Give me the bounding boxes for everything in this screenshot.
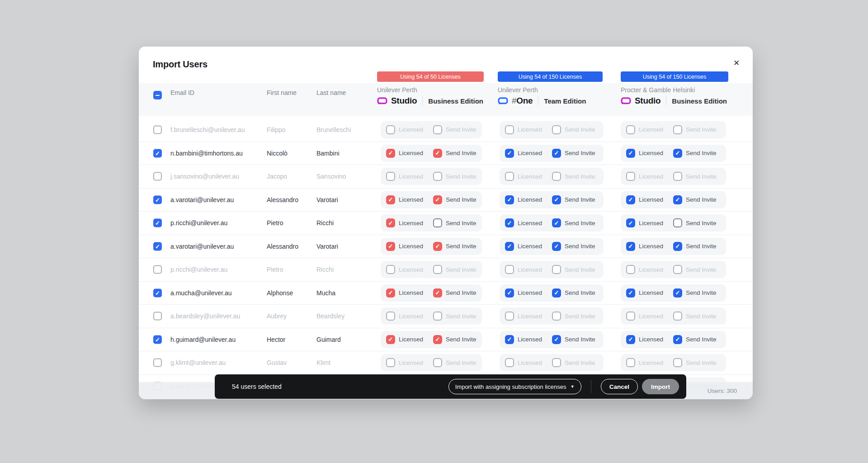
table-row: ✓a.varotari@unilever.auAlessandroVarotar… — [139, 235, 753, 258]
send-invite-checkbox[interactable]: ✓ — [673, 149, 682, 158]
licensed-checkbox[interactable]: ✓ — [386, 288, 395, 298]
licensed-checkbox[interactable] — [505, 358, 514, 367]
send-invite-checkbox[interactable] — [673, 265, 682, 274]
licensed-checkbox[interactable] — [386, 312, 395, 321]
table-row: ✓a.varotari@unilever.auAlessandroVarotar… — [139, 188, 753, 212]
license-cell: ✓Licensed✓Send Invite — [621, 191, 726, 208]
send-invite-checkbox[interactable]: ✓ — [552, 242, 561, 251]
row-select-checkbox[interactable] — [153, 359, 162, 367]
licensed-checkbox[interactable] — [386, 358, 395, 367]
send-invite-checkbox[interactable] — [433, 358, 442, 367]
row-select-checkbox[interactable]: ✓ — [153, 219, 162, 227]
licensed-checkbox[interactable]: ✓ — [626, 218, 635, 227]
licensed-checkbox[interactable] — [626, 125, 635, 134]
send-invite-checkbox[interactable]: ✓ — [673, 195, 682, 204]
licensed-checkbox[interactable]: ✓ — [626, 335, 635, 344]
licensed-checkbox[interactable] — [386, 265, 395, 274]
licensed-checkbox[interactable] — [626, 172, 635, 181]
send-invite-checkbox[interactable]: ✓ — [433, 288, 442, 298]
licensed-checkbox[interactable] — [505, 172, 514, 181]
select-all-checkbox[interactable] — [153, 90, 162, 99]
send-invite-checkbox[interactable]: ✓ — [552, 195, 561, 204]
import-button[interactable]: Import — [642, 379, 679, 394]
licensed-checkbox[interactable] — [626, 358, 635, 367]
licensed-checkbox[interactable]: ✓ — [505, 149, 514, 158]
send-invite-checkbox[interactable] — [673, 125, 682, 134]
send-invite-checkbox[interactable]: ✓ — [433, 242, 442, 251]
table-row: ✓n.bambini@timhortons.auNiccolòBambini✓L… — [139, 142, 753, 165]
table-row: j.sansovino@unilever.auJacopoSansovinoLi… — [139, 165, 753, 188]
licensed-checkbox[interactable]: ✓ — [386, 335, 395, 344]
row-select-checkbox[interactable]: ✓ — [153, 288, 162, 297]
row-select-checkbox[interactable] — [153, 265, 162, 274]
send-invite-checkbox[interactable]: ✓ — [673, 288, 682, 298]
license-usage-badge: Using 54 of 150 Licenses — [498, 71, 603, 82]
licensed-checkbox[interactable]: ✓ — [626, 288, 635, 298]
cancel-button[interactable]: Cancel — [601, 379, 638, 394]
licensed-checkbox[interactable]: ✓ — [626, 149, 635, 158]
licensed-checkbox[interactable] — [626, 265, 635, 274]
row-select-checkbox[interactable] — [153, 125, 162, 134]
send-invite-label: Send Invite — [565, 173, 595, 180]
send-invite-checkbox[interactable] — [673, 218, 682, 227]
send-invite-checkbox[interactable] — [433, 125, 442, 134]
send-invite-checkbox[interactable]: ✓ — [552, 149, 561, 158]
send-invite-checkbox[interactable] — [433, 312, 442, 321]
close-icon[interactable]: ✕ — [731, 57, 742, 68]
send-invite-checkbox[interactable] — [433, 172, 442, 181]
licensed-checkbox[interactable]: ✓ — [386, 218, 395, 227]
send-invite-checkbox[interactable] — [552, 125, 561, 134]
row-select-checkbox[interactable]: ✓ — [153, 335, 162, 344]
send-invite-checkbox[interactable]: ✓ — [552, 335, 561, 344]
licensed-checkbox[interactable]: ✓ — [386, 149, 395, 158]
send-invite-checkbox[interactable] — [552, 358, 561, 367]
licensed-checkbox[interactable] — [626, 312, 635, 321]
send-invite-checkbox[interactable] — [433, 218, 442, 227]
row-select-checkbox[interactable] — [153, 312, 162, 321]
send-invite-checkbox[interactable]: ✓ — [673, 335, 682, 344]
licensed-checkbox[interactable]: ✓ — [505, 242, 514, 251]
license-cell: LicensedSend Invite — [621, 121, 726, 138]
send-invite-checkbox[interactable]: ✓ — [433, 149, 442, 158]
license-cell: LicensedSend Invite — [381, 121, 482, 138]
licensed-checkbox[interactable]: ✓ — [626, 195, 635, 204]
licensed-checkbox[interactable] — [386, 125, 395, 134]
license-cell: ✓Licensed✓Send Invite — [621, 238, 726, 255]
license-cell: ✓Licensed✓Send Invite — [381, 331, 482, 348]
send-invite-checkbox[interactable] — [673, 312, 682, 321]
send-invite-checkbox[interactable] — [552, 172, 561, 181]
send-invite-checkbox[interactable] — [673, 172, 682, 181]
send-invite-checkbox[interactable] — [552, 265, 561, 274]
licensed-checkbox[interactable]: ✓ — [505, 218, 514, 227]
send-invite-checkbox[interactable]: ✓ — [433, 335, 442, 344]
licensed-checkbox[interactable]: ✓ — [386, 195, 395, 204]
row-select-checkbox[interactable]: ✓ — [153, 242, 162, 250]
logo-divider — [422, 96, 423, 105]
licensed-checkbox[interactable]: ✓ — [505, 335, 514, 344]
import-mode-dropdown[interactable]: Import with assigning subscription licen… — [448, 379, 581, 394]
license-cell: LicensedSend Invite — [500, 307, 604, 325]
send-invite-checkbox[interactable]: ✓ — [673, 242, 682, 251]
licensed-checkbox[interactable]: ✓ — [386, 242, 395, 251]
user-first-name: Alessandro — [267, 196, 298, 203]
licensed-checkbox[interactable]: ✓ — [505, 288, 514, 298]
send-invite-label: Send Invite — [446, 266, 476, 273]
send-invite-checkbox[interactable]: ✓ — [433, 195, 442, 204]
users-count: Users: 300 — [708, 387, 737, 394]
licensed-checkbox[interactable] — [505, 125, 514, 134]
send-invite-label: Send Invite — [686, 266, 717, 273]
licensed-checkbox[interactable] — [505, 265, 514, 274]
send-invite-checkbox[interactable]: ✓ — [552, 288, 561, 298]
table-row: p.ricchi@unilever.auPietroRicchiLicensed… — [139, 258, 753, 281]
licensed-checkbox[interactable]: ✓ — [626, 242, 635, 251]
send-invite-checkbox[interactable]: ✓ — [552, 218, 561, 227]
send-invite-checkbox[interactable] — [673, 358, 682, 367]
licensed-checkbox[interactable] — [505, 312, 514, 321]
row-select-checkbox[interactable]: ✓ — [153, 149, 162, 157]
row-select-checkbox[interactable]: ✓ — [153, 195, 162, 204]
licensed-checkbox[interactable]: ✓ — [505, 195, 514, 204]
row-select-checkbox[interactable] — [153, 172, 162, 181]
licensed-checkbox[interactable] — [386, 172, 395, 181]
send-invite-checkbox[interactable] — [433, 265, 442, 274]
send-invite-checkbox[interactable] — [552, 312, 561, 321]
